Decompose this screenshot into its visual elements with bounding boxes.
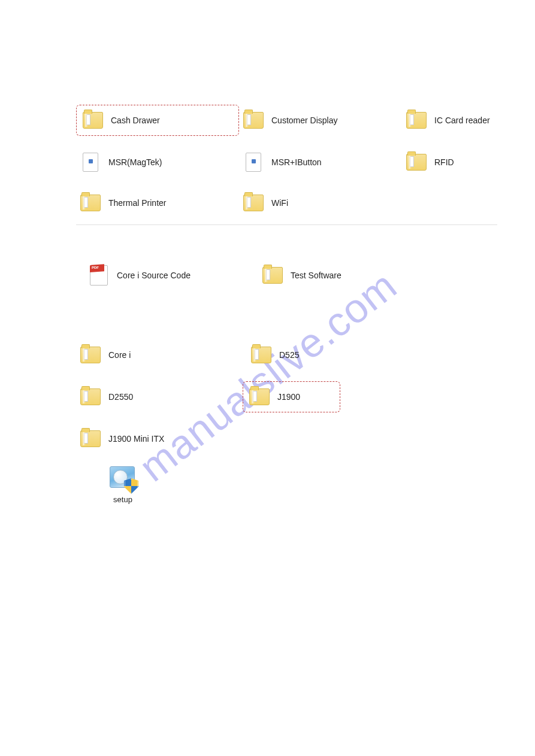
item-label: MSR(MagTek)	[108, 157, 162, 167]
item-label: Core i Source Code	[117, 271, 191, 280]
folder-wifi[interactable]: WiFi	[239, 189, 402, 217]
folder-icon	[78, 191, 102, 215]
item-label: D2550	[108, 392, 133, 402]
group-peripherals: Cash Drawer Customer Display IC Card rea…	[76, 105, 497, 225]
folder-ic-card-reader[interactable]: IC Card reader	[402, 105, 495, 136]
folder-icon	[78, 427, 102, 451]
folder-icon	[241, 191, 265, 215]
group-source-test: Core i Source Code Test Software	[76, 261, 497, 290]
item-label: Customer Display	[271, 116, 337, 125]
folder-rfid[interactable]: RFID	[402, 148, 495, 177]
folder-d2550[interactable]: D2550	[76, 381, 243, 412]
exe-setup[interactable]: setup	[102, 464, 144, 504]
item-label: RFID	[434, 157, 454, 167]
item-label: Test Software	[291, 271, 341, 280]
pdf-icon	[87, 263, 111, 287]
item-label: MSR+IButton	[271, 157, 322, 167]
item-label: WiFi	[271, 198, 288, 208]
item-label: Core i	[108, 350, 131, 360]
file-msr-ibutton[interactable]: MSR+IButton	[239, 148, 402, 177]
folder-test-software[interactable]: Test Software	[258, 261, 421, 290]
installer-icon	[108, 464, 137, 493]
item-label: IC Card reader	[434, 116, 490, 125]
folder-cash-drawer[interactable]: Cash Drawer	[76, 105, 239, 136]
folder-icon	[404, 108, 428, 132]
folder-j1900-mini-itx[interactable]: J1900 Mini ITX	[76, 424, 239, 453]
item-label: D525	[279, 350, 299, 360]
file-core-i-source-code[interactable]: Core i Source Code	[84, 261, 258, 290]
folder-icon	[81, 108, 105, 132]
folder-icon	[247, 385, 271, 409]
folder-icon	[249, 343, 273, 367]
item-label: J1900 Mini ITX	[108, 434, 164, 444]
folder-icon	[404, 150, 428, 174]
folder-j1900[interactable]: J1900	[243, 381, 340, 412]
group-boards: Core i D525 D2550 J1900 J1900 Mini ITX	[76, 341, 497, 453]
item-label: Cash Drawer	[111, 116, 160, 125]
file-icon	[241, 150, 265, 174]
file-icon	[78, 150, 102, 174]
folder-icon	[78, 385, 102, 409]
folder-icon	[261, 263, 285, 287]
item-label: J1900	[277, 392, 300, 402]
folder-icon	[78, 343, 102, 367]
folder-icon	[241, 108, 265, 132]
folder-core-i[interactable]: Core i	[76, 341, 247, 369]
folder-customer-display[interactable]: Customer Display	[239, 105, 402, 136]
item-label: Thermal Printer	[108, 198, 166, 208]
uac-shield-icon	[124, 478, 138, 494]
item-label: setup	[102, 495, 144, 504]
folder-thermal-printer[interactable]: Thermal Printer	[76, 189, 239, 217]
file-msr-magtek[interactable]: MSR(MagTek)	[76, 148, 239, 177]
folder-d525[interactable]: D525	[247, 341, 410, 369]
file-view: Cash Drawer Customer Display IC Card rea…	[76, 105, 497, 465]
